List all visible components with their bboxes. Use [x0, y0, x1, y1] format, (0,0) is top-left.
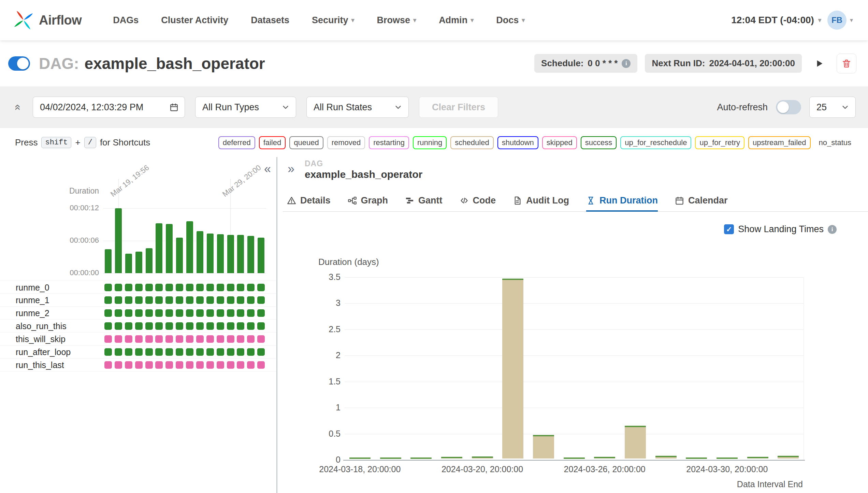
run-bar-4[interactable]	[472, 456, 493, 459]
task-name-runme_0[interactable]: runme_0	[16, 283, 49, 293]
task-instance-square[interactable]	[186, 335, 193, 343]
task-instance-square[interactable]	[145, 309, 153, 317]
run-duration-bar-0[interactable]	[105, 249, 112, 273]
task-instance-square[interactable]	[145, 296, 153, 304]
nav-item-cluster-activity[interactable]: Cluster Activity	[161, 15, 228, 26]
base-date-input[interactable]: 04/02/2024, 12:03:29 PM	[33, 97, 185, 118]
task-instance-square[interactable]	[115, 335, 122, 343]
task-instance-square[interactable]	[196, 284, 204, 291]
task-instance-square[interactable]	[125, 322, 132, 330]
task-instance-square[interactable]	[196, 335, 204, 343]
task-instance-square[interactable]	[227, 335, 234, 343]
task-instance-square[interactable]	[176, 309, 183, 317]
task-instance-square[interactable]	[135, 348, 143, 356]
task-instance-square[interactable]	[217, 284, 224, 291]
run-duration-bar-5[interactable]	[156, 223, 162, 273]
task-instance-square[interactable]	[247, 309, 255, 317]
legend-badge-no_status[interactable]: no_status	[814, 136, 856, 149]
task-name-runme_1[interactable]: runme_1	[16, 295, 49, 305]
task-instance-square[interactable]	[247, 335, 255, 343]
legend-badge-restarting[interactable]: restarting	[369, 136, 409, 149]
run-duration-bar-13[interactable]	[237, 235, 244, 273]
run-bar-6[interactable]	[533, 435, 554, 459]
legend-badge-up_for_retry[interactable]: up_for_retry	[695, 136, 744, 149]
task-instance-square[interactable]	[206, 309, 214, 317]
legend-badge-upstream_failed[interactable]: upstream_failed	[748, 136, 811, 149]
run-bar-10[interactable]	[655, 456, 677, 459]
task-instance-square[interactable]	[227, 284, 234, 291]
run-duration-bar-12[interactable]	[227, 235, 234, 273]
run-duration-bar-11[interactable]	[217, 234, 224, 273]
run-bar-12[interactable]	[717, 457, 738, 459]
legend-badge-success[interactable]: success	[581, 136, 617, 149]
task-instance-square[interactable]	[145, 348, 153, 356]
task-instance-square[interactable]	[115, 309, 122, 317]
task-instance-square[interactable]	[176, 348, 183, 356]
task-instance-square[interactable]	[186, 322, 193, 330]
task-instance-square[interactable]	[125, 296, 132, 304]
task-instance-square[interactable]	[257, 348, 265, 356]
task-instance-square[interactable]	[217, 335, 224, 343]
task-name-runme_2[interactable]: runme_2	[16, 308, 49, 318]
run-duration-bar-15[interactable]	[258, 238, 264, 273]
task-instance-square[interactable]	[186, 348, 193, 356]
task-instance-square[interactable]	[115, 348, 122, 356]
page-size-select[interactable]: 25	[809, 97, 856, 118]
task-instance-square[interactable]	[237, 284, 244, 291]
legend-badge-deferred[interactable]: deferred	[218, 136, 255, 149]
task-instance-square[interactable]	[104, 309, 112, 317]
task-instance-square[interactable]	[115, 296, 122, 304]
collapse-filter-bar-icon[interactable]: «	[12, 103, 25, 112]
nav-item-datasets[interactable]: Datasets	[251, 15, 289, 26]
run-types-select[interactable]: All Run Types	[195, 97, 296, 118]
legend-badge-queued[interactable]: queued	[289, 136, 323, 149]
task-instance-square[interactable]	[135, 335, 143, 343]
nav-item-admin[interactable]: Admin▾	[439, 15, 474, 26]
clear-filters-button[interactable]: Clear Filters	[419, 97, 498, 118]
task-instance-square[interactable]	[237, 335, 244, 343]
task-instance-square[interactable]	[247, 348, 255, 356]
run-duration-bar-9[interactable]	[197, 231, 203, 273]
task-instance-square[interactable]	[155, 309, 163, 317]
task-instance-square[interactable]	[217, 361, 224, 369]
task-instance-square[interactable]	[155, 348, 163, 356]
task-instance-square[interactable]	[206, 296, 214, 304]
run-bar-0[interactable]	[349, 457, 371, 459]
task-instance-square[interactable]	[217, 296, 224, 304]
task-instance-square[interactable]	[125, 361, 132, 369]
task-instance-square[interactable]	[155, 284, 163, 291]
task-instance-square[interactable]	[196, 322, 204, 330]
run-bar-11[interactable]	[686, 457, 707, 459]
task-instance-square[interactable]	[176, 296, 183, 304]
dag-pause-toggle[interactable]	[8, 56, 30, 71]
task-instance-square[interactable]	[206, 335, 214, 343]
task-instance-square[interactable]	[145, 284, 153, 291]
task-instance-square[interactable]	[155, 322, 163, 330]
legend-badge-failed[interactable]: failed	[259, 136, 286, 149]
task-instance-square[interactable]	[206, 284, 214, 291]
run-bar-13[interactable]	[747, 457, 768, 459]
task-instance-square[interactable]	[227, 361, 234, 369]
legend-badge-removed[interactable]: removed	[327, 136, 365, 149]
task-instance-square[interactable]	[135, 284, 143, 291]
run-duration-bar-2[interactable]	[125, 254, 132, 273]
nav-item-dags[interactable]: DAGs	[113, 15, 139, 26]
task-instance-square[interactable]	[186, 296, 193, 304]
run-bar-8[interactable]	[594, 457, 615, 459]
task-instance-square[interactable]	[237, 348, 244, 356]
task-instance-square[interactable]	[227, 348, 234, 356]
task-instance-square[interactable]	[206, 348, 214, 356]
task-instance-square[interactable]	[104, 322, 112, 330]
task-instance-square[interactable]	[125, 335, 132, 343]
task-instance-square[interactable]	[206, 322, 214, 330]
task-instance-square[interactable]	[257, 284, 265, 291]
task-instance-square[interactable]	[237, 296, 244, 304]
run-bar-14[interactable]	[778, 456, 799, 459]
run-duration-bar-3[interactable]	[135, 252, 142, 273]
run-duration-bar-10[interactable]	[207, 234, 214, 273]
task-instance-square[interactable]	[145, 361, 153, 369]
task-instance-square[interactable]	[196, 348, 204, 356]
task-instance-square[interactable]	[104, 296, 112, 304]
task-instance-square[interactable]	[115, 284, 122, 291]
run-duration-bar-7[interactable]	[176, 238, 183, 273]
